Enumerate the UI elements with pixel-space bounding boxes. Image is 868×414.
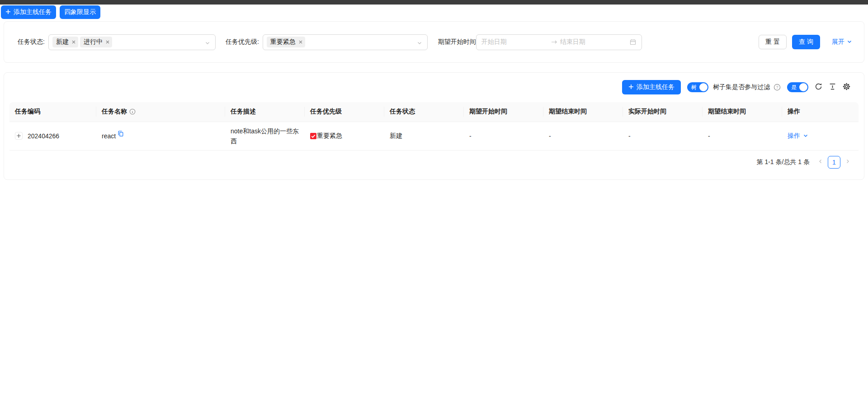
priority-tag-important-urgent: 重要紧急 xyxy=(267,37,305,47)
window-top-strip xyxy=(0,0,868,5)
expand-toggle[interactable]: 展开 xyxy=(829,38,855,47)
chevron-down-icon xyxy=(847,38,852,46)
expected-end-value: - xyxy=(543,122,623,150)
chevron-left-icon xyxy=(818,159,823,165)
column-header-task-code: 任务编码 xyxy=(9,102,96,122)
status-filter-label: 任务状态: xyxy=(18,38,45,46)
quadrant-display-button[interactable]: 四象限显示 xyxy=(60,5,100,19)
question-circle-icon[interactable]: ? xyxy=(774,84,781,91)
status-tag-in-progress: 进行中 xyxy=(80,37,112,47)
quadrant-display-label: 四象限显示 xyxy=(64,8,96,16)
priority-badge: 重要紧急 xyxy=(310,132,379,140)
end-date-input[interactable]: 结束日期 xyxy=(560,38,627,46)
date-filter-label: 期望开始时间 xyxy=(438,38,476,46)
column-header-expected-start: 期望开始时间 xyxy=(464,102,543,122)
page-1-button[interactable]: 1 xyxy=(828,156,840,169)
add-main-task-button[interactable]: 添加主线任务 xyxy=(1,5,56,19)
refresh-button[interactable] xyxy=(815,83,822,92)
pagination: 第 1-1 条/总共 1 条 1 xyxy=(9,156,859,169)
svg-text:?: ? xyxy=(776,85,778,89)
density-button[interactable] xyxy=(829,83,836,92)
status-select[interactable]: 新建 进行中 xyxy=(48,34,216,50)
tree-filter-hint: 树子集是否参与过滤 xyxy=(713,83,770,91)
tag-remove-icon[interactable] xyxy=(105,39,110,45)
prev-page-button[interactable] xyxy=(817,158,824,166)
expected-start-date-range-picker[interactable]: 开始日期 结束日期 xyxy=(476,34,642,50)
info-circle-icon[interactable] xyxy=(129,108,136,115)
start-date-input[interactable]: 开始日期 xyxy=(481,38,548,46)
column-header-task-priority: 任务优先级 xyxy=(305,102,384,122)
chevron-down-icon xyxy=(803,132,808,140)
column-header-task-description: 任务描述 xyxy=(225,102,305,122)
pagination-total: 第 1-1 条/总共 1 条 xyxy=(757,158,810,166)
tag-remove-icon[interactable] xyxy=(71,39,76,45)
task-status: 新建 xyxy=(384,122,464,150)
column-header-task-status: 任务状态 xyxy=(384,102,464,122)
reset-button[interactable]: 重 置 xyxy=(759,35,787,49)
priority-select[interactable]: 重要紧急 xyxy=(263,34,428,50)
table-row: 202404266 react note和task公用的一些东西 xyxy=(9,122,859,150)
row-action-link[interactable]: 操作 xyxy=(788,132,808,140)
task-table-card: 添加主线任务 树 树子集是否参与过滤 ? 是 xyxy=(4,72,864,180)
filter-card: 任务状态: 新建 进行中 任务优先级: 重要紧急 期望开始时间 xyxy=(4,21,864,63)
priority-filter-label: 任务优先级: xyxy=(226,38,259,46)
task-name: react xyxy=(102,132,116,140)
column-header-expected-end-2: 期望结束时间 xyxy=(703,102,782,122)
plus-icon xyxy=(5,9,11,16)
chevron-down-icon xyxy=(417,40,422,47)
switch-knob xyxy=(699,83,708,91)
calendar-icon xyxy=(629,38,637,46)
task-table: 任务编码 任务名称 任务描述 任务优先级 任务状态 期望开始时间 期望结束时间 … xyxy=(9,102,859,151)
tree-filter-switch[interactable]: 是 xyxy=(787,82,808,92)
column-header-actions: 操作 xyxy=(782,102,859,122)
column-header-expected-end: 期望结束时间 xyxy=(543,102,623,122)
status-tag-new: 新建 xyxy=(52,37,78,47)
query-button[interactable]: 查 询 xyxy=(792,35,820,49)
filter-actions: 重 置 查 询 展开 xyxy=(759,35,855,49)
expand-row-button[interactable] xyxy=(15,132,23,140)
expected-start-value: - xyxy=(464,122,543,150)
add-main-task-label: 添加主线任务 xyxy=(14,8,52,16)
settings-button[interactable] xyxy=(843,83,850,92)
actual-start-value: - xyxy=(623,122,703,150)
table-toolbar: 添加主线任务 树 树子集是否参与过滤 ? 是 xyxy=(9,80,859,94)
tree-mode-switch[interactable]: 树 xyxy=(687,82,708,92)
page-action-bar: 添加主线任务 四象限显示 xyxy=(0,5,868,19)
column-height-icon xyxy=(829,83,836,92)
expected-end-value-2: - xyxy=(703,122,782,150)
column-header-actual-start: 实际开始时间 xyxy=(623,102,703,122)
chevron-down-icon xyxy=(205,40,210,47)
column-header-task-name: 任务名称 xyxy=(96,102,225,122)
copy-icon[interactable] xyxy=(118,130,124,137)
next-page-button[interactable] xyxy=(844,158,851,166)
table-header-row: 任务编码 任务名称 任务描述 任务优先级 任务状态 期望开始时间 期望结束时间 … xyxy=(9,102,859,122)
range-arrow-icon xyxy=(551,40,557,44)
gear-icon xyxy=(843,83,850,92)
priority-check-icon xyxy=(310,133,316,139)
switch-knob xyxy=(799,83,807,91)
task-code: 202404266 xyxy=(28,132,59,140)
plus-icon xyxy=(628,84,634,91)
refresh-icon xyxy=(815,83,822,92)
tag-remove-icon[interactable] xyxy=(298,39,303,45)
task-description: note和task公用的一些东西 xyxy=(225,122,305,150)
toolbar-add-main-task-button[interactable]: 添加主线任务 xyxy=(622,80,681,94)
chevron-right-icon xyxy=(845,159,850,165)
